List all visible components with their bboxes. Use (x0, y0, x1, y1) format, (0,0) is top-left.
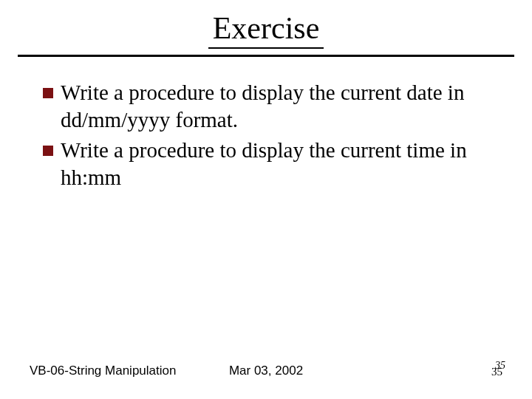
slide: Exercise Write a procedure to display th… (0, 0, 532, 399)
list-item-text: Write a procedure to display the current… (61, 79, 505, 134)
list-item: Write a procedure to display the current… (43, 137, 505, 191)
page-number-overlay: 35 (495, 360, 505, 372)
footer-left: VB-06-String Manipulation (30, 364, 176, 378)
list-item: Write a procedure to display the current… (43, 79, 505, 134)
footer: VB-06-String Manipulation Mar 03, 2002 3… (0, 364, 532, 378)
list-item-text: Write a procedure to display the current… (61, 137, 505, 191)
footer-center: Mar 03, 2002 (229, 364, 303, 378)
slide-title: Exercise (208, 10, 324, 49)
bullet-icon (43, 146, 53, 156)
footer-right: 35 35 (491, 366, 502, 378)
bullet-icon (43, 88, 53, 98)
content-area: Write a procedure to display the current… (0, 57, 532, 191)
title-area: Exercise (0, 0, 532, 49)
